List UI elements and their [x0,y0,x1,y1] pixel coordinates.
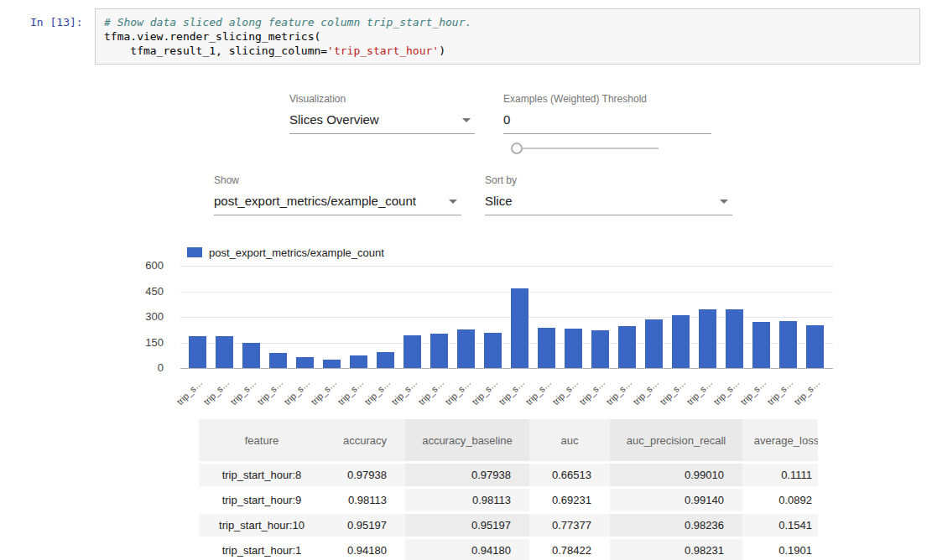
code-comment: # Show data sliced along feature column … [104,16,471,29]
bar[interactable] [269,353,287,368]
y-tick-label: 450 [145,285,164,298]
y-axis-labels: 0150300450600 [124,266,172,376]
code-line-2: tfma.view.render_slicing_metrics( [104,30,320,43]
show-dropdown-value: post_export_metrics/example_count [214,194,416,208]
metric-cell: 0.94180 [325,539,405,560]
threshold-label: Examples (Weighted) Threshold [503,93,711,105]
code-string-literal: 'trip_start_hour' [327,44,439,57]
bar[interactable] [189,336,206,368]
show-dropdown[interactable]: post_export_metrics/example_count [214,188,461,215]
table-body: trip_start_hour:80.979380.979380.665130.… [199,464,818,560]
table-row: trip_start_hour:10.941800.941800.784220.… [199,539,818,560]
table-header-row: featureaccuracyaccuracy_baselineaucauc_p… [199,419,818,461]
metrics-table: featureaccuracyaccuracy_baselineaucauc_p… [199,419,818,560]
visualization-widget: Visualization Slices Overview [289,93,475,134]
metric-cell: 0.95197 [325,514,405,537]
metric-cell: 0.0892 [742,489,818,511]
metric-cell: 0.66513 [529,464,610,486]
bar[interactable] [779,321,797,368]
visualization-dropdown[interactable]: Slices Overview [289,106,475,134]
sort-by-label: Sort by [485,174,732,186]
table-header-cell[interactable]: feature [199,419,325,461]
bar[interactable] [672,315,690,368]
bar[interactable] [699,309,716,368]
table-row: trip_start_hour:80.979380.979380.665130.… [199,464,818,486]
metric-cell: 0.98236 [610,514,742,537]
metric-cell: 0.78422 [529,539,610,560]
bar[interactable] [565,329,582,368]
metric-cell: 0.1901 [742,539,818,560]
threshold-slider-track[interactable] [521,148,659,149]
table-header-cell[interactable]: average_loss [742,419,818,461]
table-header-cell[interactable]: auc_precision_recall [610,419,742,461]
gridline [180,266,833,267]
metric-cell: 0.1541 [742,514,818,537]
metric-cell: 0.99140 [610,489,742,511]
table-header-cell[interactable]: accuracy_baseline [405,419,529,461]
metric-cell: 0.95197 [405,514,529,537]
metric-cell: 0.98231 [610,539,742,560]
bar[interactable] [323,360,341,368]
gridline [180,292,833,293]
code-line-3-pre: tfma_result_1, slicing_column= [104,44,327,57]
legend-swatch [187,247,202,257]
metric-cell: 0.97938 [405,464,529,486]
bar[interactable] [806,325,824,368]
table-header-cell[interactable]: accuracy [325,419,405,461]
bar[interactable] [430,334,448,368]
chevron-down-icon [720,200,728,204]
feature-cell: trip_start_hour:1 [199,539,325,560]
threshold-slider-knob[interactable] [511,143,523,154]
feature-cell: trip_start_hour:8 [199,464,325,486]
chevron-down-icon [462,118,471,122]
bar[interactable] [511,288,528,368]
show-label: Show [214,174,461,186]
bar[interactable] [645,319,663,368]
bar[interactable] [377,352,394,368]
bar[interactable] [350,355,367,368]
y-tick-label: 600 [145,259,164,272]
table-header-cell[interactable]: auc [529,419,610,461]
threshold-widget: Examples (Weighted) Threshold [503,93,711,134]
table-row: trip_start_hour:90.981130.981130.692310.… [199,489,818,511]
table-row: trip_start_hour:100.951970.951970.773770… [199,514,818,537]
sort-by-dropdown[interactable]: Slice [485,188,732,215]
legend-label: post_export_metrics/example_count [209,246,384,259]
bar[interactable] [484,333,502,368]
bar[interactable] [618,326,636,368]
bar[interactable] [726,309,743,368]
bar[interactable] [296,357,314,368]
metrics-table-container: featureaccuracyaccuracy_baselineaucauc_p… [199,419,818,560]
metric-cell: 0.69231 [529,489,610,511]
sort-by-widget: Sort by Slice [485,174,732,215]
bar[interactable] [752,322,770,368]
chevron-down-icon [449,200,457,204]
x-axis-labels: trip_s…trip_s…trip_s…trip_s…trip_s…trip_… [180,370,833,405]
bar[interactable] [216,336,233,368]
code-editor[interactable]: # Show data sliced along feature column … [95,8,920,65]
bar[interactable] [457,329,475,368]
bar[interactable] [538,328,555,368]
sort-by-dropdown-value: Slice [485,194,513,208]
metric-cell: 0.94180 [405,539,529,560]
metric-cell: 0.98113 [405,489,529,511]
metric-cell: 0.97938 [325,464,405,486]
code-line-3-post: ) [439,44,445,57]
visualization-dropdown-value: Slices Overview [289,112,379,127]
bar[interactable] [591,330,609,368]
bar-chart-plot [180,266,833,368]
metric-cell: 0.77377 [529,514,610,537]
bar[interactable] [242,343,260,368]
y-tick-label: 150 [145,336,164,349]
feature-cell: trip_start_hour:10 [199,514,325,537]
y-tick-label: 300 [145,310,164,323]
metric-cell: 0.1111 [742,464,818,486]
threshold-input[interactable] [503,106,711,134]
metric-cell: 0.99010 [610,464,742,486]
gridline [180,368,833,369]
metric-cell: 0.98113 [325,489,405,511]
y-tick-label: 0 [158,361,164,374]
cell-input-prompt: In [13]: [30,15,83,29]
feature-cell: trip_start_hour:9 [199,489,325,511]
bar[interactable] [404,335,421,368]
